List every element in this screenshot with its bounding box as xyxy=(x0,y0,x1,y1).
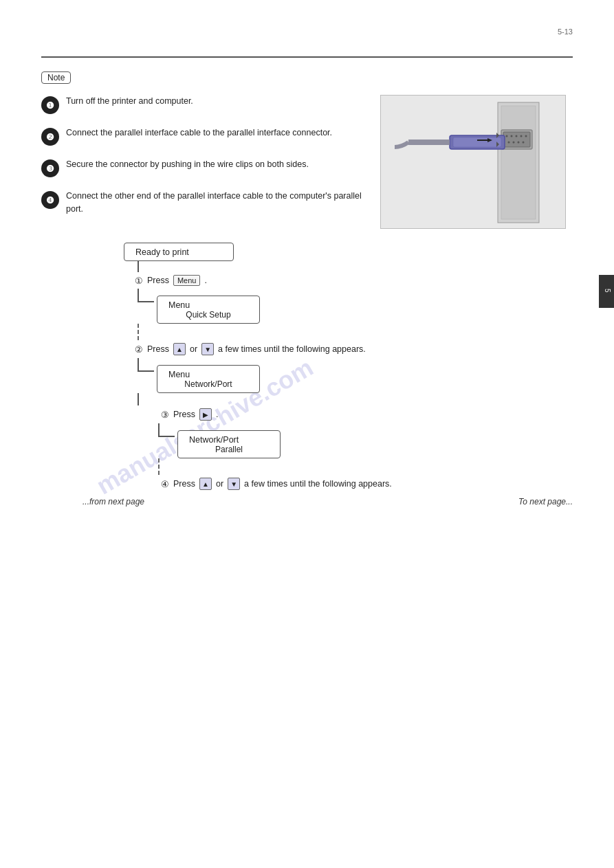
steps-area: ❶ Turn off the printer and computer. ❷ C… xyxy=(41,95,573,229)
svg-point-7 xyxy=(516,135,518,137)
note-label: Note xyxy=(41,71,71,84)
step-1-text: Turn off the printer and computer. xyxy=(66,95,366,108)
printer-image xyxy=(380,95,566,229)
step-4-row: ❹ Connect the other end of the parallel … xyxy=(41,190,366,216)
step-4-text: Connect the other end of the parallel in… xyxy=(66,190,366,216)
step2-connector-row: Menu Network/Port xyxy=(138,358,573,393)
down-arrow-button[interactable]: ▼ xyxy=(201,343,214,355)
solid-1 xyxy=(138,393,573,405)
step2-or-text: or xyxy=(190,344,197,354)
svg-point-6 xyxy=(511,135,513,137)
svg-point-8 xyxy=(520,135,523,137)
menu-button[interactable]: Menu xyxy=(173,275,201,286)
step2-wrapper: ② Press ▲ or ▼ a few times until the fol… xyxy=(124,343,573,355)
ready-box-wrapper: Ready to print xyxy=(124,243,573,261)
svg-point-12 xyxy=(518,142,520,144)
section-divider xyxy=(41,56,573,58)
right-arrow-button[interactable]: ▶ xyxy=(199,408,212,421)
nav-labels: ...from next page To next page... xyxy=(83,497,573,507)
step3-period: . xyxy=(216,410,218,419)
step-2-text: Connect the parallel interface cable to … xyxy=(66,126,366,140)
step1-connector-row: Menu Quick Setup xyxy=(138,289,573,324)
menu-quicksetup-box: Menu Quick Setup xyxy=(157,296,260,324)
step3-num: ③ xyxy=(161,410,169,420)
network-parallel-box-wrapper: Network/Port Parallel xyxy=(177,430,281,458)
side-tab: 5 xyxy=(599,275,614,308)
menu-network-title: Menu xyxy=(168,370,190,379)
step-2-row: ❷ Connect the parallel interface cable t… xyxy=(41,126,366,146)
up-arrow-button[interactable]: ▲ xyxy=(173,343,186,355)
step1-angle-connector xyxy=(138,289,154,302)
step2-num: ② xyxy=(135,344,143,355)
dashed-2 xyxy=(158,458,573,475)
menu-network-sub: Network/Port xyxy=(168,379,248,389)
page-number: 5-13 xyxy=(41,27,573,36)
step-4-circle: ❹ xyxy=(41,191,59,209)
step2-press-label: Press xyxy=(147,344,169,354)
menu-quicksetup-sub: Quick Setup xyxy=(168,310,248,320)
network-parallel-sub: Parallel xyxy=(189,445,269,454)
step4-down-arrow-button[interactable]: ▼ xyxy=(228,478,240,490)
flow-diagram: Ready to print ① Press Menu . Menu Quick… xyxy=(83,243,573,507)
printer-image-area xyxy=(380,95,573,229)
ready-to-print-box: Ready to print xyxy=(124,243,234,261)
network-parallel-box: Network/Port Parallel xyxy=(177,430,281,458)
step2-press-line: ② Press ▲ or ▼ a few times until the fol… xyxy=(135,343,573,355)
step-2-circle: ❷ xyxy=(41,128,59,146)
step2-angle-connector xyxy=(138,358,154,372)
step1-press-line: ① Press Menu . xyxy=(135,275,573,286)
step2-suffix: a few times until the following appears. xyxy=(218,344,366,354)
step3-wrapper: ③ Press ▶ . xyxy=(150,408,573,421)
menu-quicksetup-box-wrapper: Menu Quick Setup xyxy=(157,296,260,324)
svg-point-9 xyxy=(525,135,527,137)
step-1-circle: ❶ xyxy=(41,96,59,114)
step3-connector-row: Network/Port Parallel xyxy=(158,423,573,458)
step-3-circle: ❸ xyxy=(41,159,59,177)
step1-period: . xyxy=(204,276,206,285)
svg-rect-4 xyxy=(503,132,530,147)
svg-point-11 xyxy=(513,142,515,144)
step4-num: ④ xyxy=(161,479,169,489)
step-3-text: Secure the connector by pushing in the w… xyxy=(66,158,366,171)
from-next-label: ...from next page xyxy=(83,497,144,507)
svg-rect-15 xyxy=(453,137,501,147)
step1-press-label: Press xyxy=(147,276,169,285)
step4-or-text: or xyxy=(216,479,223,489)
page-container: 5 5-13 Note ❶ Turn off the printer and c… xyxy=(0,0,614,868)
svg-rect-2 xyxy=(501,106,536,219)
step-1-row: ❶ Turn off the printer and computer. xyxy=(41,95,366,114)
step1-wrapper: ① Press Menu . xyxy=(124,275,573,286)
to-next-label: To next page... xyxy=(518,497,573,507)
ready-box-title: Ready to print xyxy=(135,247,189,257)
step3-press-line: ③ Press ▶ . xyxy=(161,408,573,421)
menu-quicksetup-title: Menu xyxy=(168,300,190,310)
step4-suffix: a few times until the following appears. xyxy=(244,479,392,489)
network-parallel-title: Network/Port xyxy=(189,435,239,445)
dashed-1 xyxy=(138,324,573,340)
svg-point-10 xyxy=(508,142,510,144)
step1-num: ① xyxy=(135,276,143,286)
steps-left: ❶ Turn off the printer and computer. ❷ C… xyxy=(41,95,366,229)
step4-wrapper: ④ Press ▲ or ▼ a few times until the fol… xyxy=(150,478,573,490)
step3-angle-connector xyxy=(158,423,175,437)
menu-network-box: Menu Network/Port xyxy=(157,365,260,393)
menu-network-box-wrapper: Menu Network/Port xyxy=(157,365,260,393)
step-3-row: ❸ Secure the connector by pushing in the… xyxy=(41,158,366,177)
step4-up-arrow-button[interactable]: ▲ xyxy=(199,478,212,490)
step4-press-line: ④ Press ▲ or ▼ a few times until the fol… xyxy=(161,478,573,490)
svg-point-5 xyxy=(506,135,508,137)
step3-press-label: Press xyxy=(173,410,195,419)
step4-press-label: Press xyxy=(173,479,195,489)
connector-v-1 xyxy=(138,261,573,272)
svg-point-13 xyxy=(523,142,525,144)
